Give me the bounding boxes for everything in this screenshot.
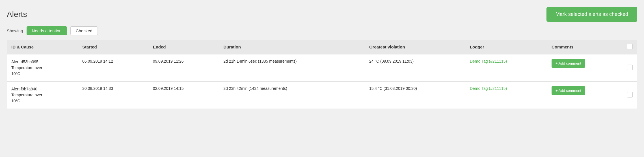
- cell-duration-2: 2d 23h 42min (1434 measurements): [219, 82, 365, 109]
- col-greatest-violation: Greatest violation: [365, 40, 465, 54]
- table-row: Alert-f9b7a840 Temperature over 10°C 30.…: [7, 82, 637, 109]
- cell-logger-2: Demo Tag (#211115): [465, 82, 547, 109]
- filter-checked[interactable]: Checked: [70, 26, 98, 35]
- header-row: Alerts Mark selected alerts as checked: [7, 7, 637, 22]
- col-ended: Ended: [148, 40, 219, 54]
- col-comments: Comments: [547, 40, 623, 54]
- select-all-checkbox[interactable]: [627, 44, 633, 49]
- add-comment-button-2[interactable]: + Add comment: [552, 86, 585, 95]
- cell-comments-1: + Add comment: [547, 54, 623, 82]
- page-title: Alerts: [7, 10, 27, 19]
- cell-started-2: 30.08.2019 14:33: [78, 82, 148, 109]
- col-started: Started: [78, 40, 148, 54]
- alert-cause-2b: 10°C: [11, 99, 20, 103]
- alerts-table: ID & Cause Started Ended Duration Greate…: [7, 40, 637, 109]
- cell-checkbox-2: [623, 82, 637, 109]
- cell-ended-2: 02.09.2019 14:15: [148, 82, 219, 109]
- mark-checked-button[interactable]: Mark selected alerts as checked: [546, 7, 637, 22]
- alert-id-2: Alert-f9b7a840: [11, 87, 37, 91]
- cell-ended-1: 09.09.2019 11:26: [148, 54, 219, 82]
- filter-needs-attention[interactable]: Needs attention: [27, 26, 67, 35]
- logger-link-1[interactable]: Demo Tag (#211115): [470, 59, 507, 63]
- alert-id-1: Alert-d53bb395: [11, 60, 38, 64]
- cell-comments-2: + Add comment: [547, 82, 623, 109]
- cell-checkbox-1: [623, 54, 637, 82]
- table-header-row: ID & Cause Started Ended Duration Greate…: [7, 40, 637, 54]
- cell-violation-1: 24 °C (09.09.2019 11:03): [365, 54, 465, 82]
- row-checkbox-2[interactable]: [627, 92, 633, 97]
- filter-row: Showing Needs attention Checked: [7, 26, 637, 35]
- cell-id-cause-1: Alert-d53bb395 Temperature over 10°C: [7, 54, 78, 82]
- add-comment-button-1[interactable]: + Add comment: [552, 59, 585, 68]
- logger-link-2[interactable]: Demo Tag (#211115): [470, 86, 507, 91]
- col-logger: Logger: [465, 40, 547, 54]
- alert-cause-1: Temperature over: [11, 65, 42, 70]
- col-id-cause: ID & Cause: [7, 40, 78, 54]
- alert-cause-2: Temperature over: [11, 93, 42, 97]
- cell-violation-2: 15.4 °C (31.08.2019 00:30): [365, 82, 465, 109]
- showing-label: Showing: [7, 28, 23, 33]
- col-duration: Duration: [219, 40, 365, 54]
- cell-logger-1: Demo Tag (#211115): [465, 54, 547, 82]
- cell-duration-1: 2d 21h 14min 6sec (1385 measurements): [219, 54, 365, 82]
- table-row: Alert-d53bb395 Temperature over 10°C 06.…: [7, 54, 637, 82]
- cell-started-1: 06.09.2019 14:12: [78, 54, 148, 82]
- row-checkbox-1[interactable]: [627, 65, 633, 70]
- page-container: Alerts Mark selected alerts as checked S…: [7, 7, 637, 109]
- alerts-table-container: ID & Cause Started Ended Duration Greate…: [7, 40, 637, 109]
- col-select-all: [623, 40, 637, 54]
- cell-id-cause-2: Alert-f9b7a840 Temperature over 10°C: [7, 82, 78, 109]
- alert-cause-1b: 10°C: [11, 71, 20, 76]
